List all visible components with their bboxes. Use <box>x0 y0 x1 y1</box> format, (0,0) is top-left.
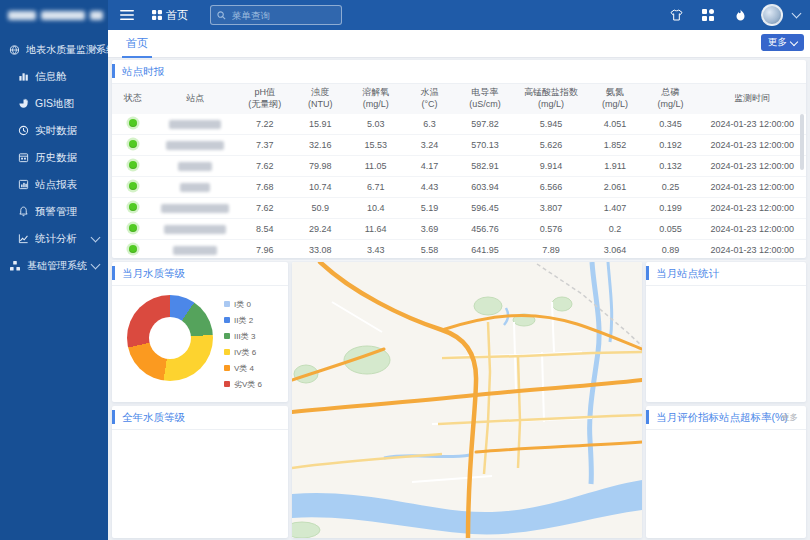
dashboard-icon <box>18 71 29 82</box>
table-row[interactable]: 7.6250.910.45.19596.453.8071.4070.199202… <box>112 198 806 219</box>
station-name-redacted <box>173 246 217 255</box>
user-menu-chevron-icon[interactable] <box>792 9 802 19</box>
cell-value: 456.76 <box>455 219 514 240</box>
monthly-quality-panel: 当月水质等级 I类 0II类 2III类 3IV类 6V类 4劣V类 6 <box>112 262 288 402</box>
legend-item[interactable]: 劣V类 6 <box>224 376 262 392</box>
legend-dot <box>224 301 230 307</box>
panel-title: 当月评价指标站点超标率(%) 更多 <box>646 406 806 430</box>
tab-bar: 首页 更多 <box>108 30 810 58</box>
cell-value: 570.13 <box>455 135 514 156</box>
cell-value: 641.95 <box>455 240 514 261</box>
cell-value: 7.62 <box>237 156 293 177</box>
user-avatar[interactable] <box>761 4 783 26</box>
cell-value: 15.91 <box>292 114 348 135</box>
more-button-label: 更多 <box>768 36 787 49</box>
more-link[interactable]: 更多 <box>781 406 798 429</box>
sidebar-item-realtime-data[interactable]: 实时数据 <box>0 117 108 144</box>
more-button[interactable]: 更多 <box>761 34 804 51</box>
chevron-down-icon <box>91 233 101 243</box>
table-row[interactable]: 8.5429.2411.643.69456.760.5760.20.055202… <box>112 219 806 240</box>
legend-dot <box>224 317 230 323</box>
column-header: 浊度(NTU) <box>292 84 348 114</box>
status-indicator <box>129 224 137 232</box>
flame-icon[interactable] <box>729 4 751 26</box>
cell-value: 6.566 <box>514 177 587 198</box>
home-label: 首页 <box>166 8 188 23</box>
sidebar-item-gis-map[interactable]: GIS地图 <box>0 90 108 117</box>
legend-item[interactable]: I类 0 <box>224 296 262 312</box>
cell-value: 11.05 <box>348 156 404 177</box>
cell-time: 2024-01-23 12:00:00 <box>698 219 806 240</box>
sidebar-item-history-data[interactable]: 历史数据 <box>0 144 108 171</box>
legend-item[interactable]: IV类 6 <box>224 344 262 360</box>
cell-value: 0.576 <box>514 219 587 240</box>
breadcrumb-home[interactable]: 首页 <box>152 8 188 23</box>
cell-value: 9.914 <box>514 156 587 177</box>
sidebar-item-info-cockpit[interactable]: 信息舱 <box>0 63 108 90</box>
column-header: 总磷(mg/L) <box>643 84 699 114</box>
cell-value: 603.94 <box>455 177 514 198</box>
cell-value: 29.24 <box>292 219 348 240</box>
cell-value: 7.62 <box>237 198 293 219</box>
calendar-icon <box>18 152 29 163</box>
station-name-redacted <box>180 183 210 192</box>
search-input[interactable] <box>230 9 335 22</box>
legend-item[interactable]: III类 3 <box>224 328 262 344</box>
column-header: 溶解氧(mg/L) <box>348 84 404 114</box>
cell-value: 15.53 <box>348 135 404 156</box>
table-scrollbar[interactable] <box>800 114 804 170</box>
trend-chart-icon <box>18 233 29 244</box>
cell-value: 11.64 <box>348 219 404 240</box>
table-row[interactable]: 7.9633.083.435.58641.957.893.0640.892024… <box>112 240 806 261</box>
theme-shirt-icon[interactable] <box>665 4 687 26</box>
cell-value: 0.132 <box>643 156 699 177</box>
map-svg[interactable] <box>292 262 642 538</box>
table-row[interactable]: 7.2215.915.036.3597.825.9454.0510.345202… <box>112 114 806 135</box>
cell-value: 7.96 <box>237 240 293 261</box>
sidebar-item-station-report[interactable]: 站点报表 <box>0 171 108 198</box>
status-indicator <box>129 245 137 253</box>
sidebar-item-label: 历史数据 <box>35 151 77 165</box>
station-name-redacted <box>178 162 212 171</box>
tab-home[interactable]: 首页 <box>122 30 152 58</box>
menu-search[interactable] <box>210 5 342 25</box>
sidebar-system-base-management[interactable]: 基础管理系统 <box>0 252 108 279</box>
cell-value: 3.69 <box>403 219 455 240</box>
table-row[interactable]: 7.6279.9811.054.17582.919.9141.9110.1322… <box>112 156 806 177</box>
cell-value: 7.68 <box>237 177 293 198</box>
cell-value: 597.82 <box>455 114 514 135</box>
cell-value: 79.98 <box>292 156 348 177</box>
status-indicator <box>129 119 137 127</box>
hamburger-menu-icon[interactable] <box>116 4 138 26</box>
column-header: 监测时间 <box>698 84 806 114</box>
legend-item[interactable]: II类 2 <box>224 312 262 328</box>
cell-value: 0.199 <box>643 198 699 219</box>
station-name-redacted <box>169 120 221 129</box>
chevron-down-icon <box>790 37 798 45</box>
cell-value: 2.061 <box>587 177 643 198</box>
cell-value: 3.24 <box>403 135 455 156</box>
annual-chart <box>112 430 288 538</box>
sidebar-system-surface-water[interactable]: 地表水质量监测系统 <box>0 36 108 63</box>
layout-components-icon[interactable] <box>697 4 719 26</box>
topbar: 首页 <box>0 0 810 30</box>
monthly-station-stats-panel: 当月站点统计 <box>646 262 806 402</box>
legend-dot <box>224 333 230 339</box>
column-header: 站点 <box>154 84 237 114</box>
modules-icon <box>9 260 21 272</box>
search-icon <box>217 11 226 20</box>
donut-chart: I类 0II类 2III类 3IV类 6V类 4劣V类 6 <box>112 286 288 402</box>
station-name-redacted <box>166 141 224 150</box>
sidebar-item-statistics[interactable]: 统计分析 <box>0 225 108 252</box>
column-header: 高锰酸盐指数(mg/L) <box>514 84 587 114</box>
table-row[interactable]: 7.3732.1615.533.24570.135.6261.8520.1922… <box>112 135 806 156</box>
sidebar-item-alert-management[interactable]: 预警管理 <box>0 198 108 225</box>
station-table-body: 7.2215.915.036.3597.825.9454.0510.345202… <box>112 114 806 261</box>
cell-value: 0.25 <box>643 177 699 198</box>
table-row[interactable]: 7.6810.746.714.43603.946.5662.0610.25202… <box>112 177 806 198</box>
cell-value: 6.71 <box>348 177 404 198</box>
cell-value: 0.2 <box>587 219 643 240</box>
legend-item[interactable]: V类 4 <box>224 360 262 376</box>
cell-value: 5.945 <box>514 114 587 135</box>
column-header: 氨氮(mg/L) <box>587 84 643 114</box>
